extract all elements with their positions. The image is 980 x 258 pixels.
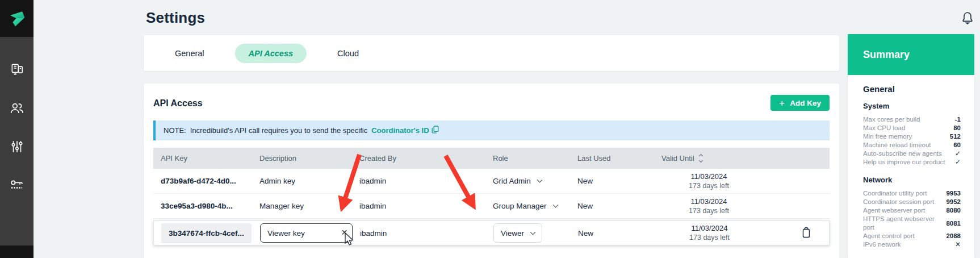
note-prefix: NOTE: (164, 126, 186, 135)
sidebar-item-settings[interactable] (9, 139, 26, 156)
settings-tabs: General API Access Cloud (144, 35, 839, 71)
api-access-card: API Access + Add Key NOTE: Incredibuild'… (144, 84, 839, 258)
table-row: d73b9af6-d472-4d0... Admin key ibadmin G… (153, 169, 830, 194)
incredibuild-logo[interactable] (0, 0, 33, 37)
summary-title: Summary (863, 49, 910, 61)
coordinators-id-link[interactable]: Coordinator's ID (371, 126, 438, 135)
table-row: 33ce95a3-d980-4b... Manager key ibadmin … (153, 194, 830, 219)
summary-item: Max CPU load 80 (863, 124, 961, 132)
valid-until-cell: 11/03/2024 173 days left (654, 197, 756, 216)
valid-until-cell: 11/03/2024 173 days left (655, 223, 757, 243)
last-used-cell: New (571, 229, 655, 238)
last-used-cell: New (570, 202, 654, 210)
check-icon: ✓ (955, 149, 961, 158)
summary-header: Summary (848, 34, 974, 75)
created-by-cell: ibadmin (352, 202, 485, 210)
tab-cloud[interactable]: Cloud (332, 44, 365, 63)
summary-item: Coordinator utility port 9953 (863, 189, 961, 198)
sidebar-item-users[interactable] (9, 101, 26, 118)
users-icon (9, 101, 24, 118)
license-key-icon (9, 178, 24, 195)
summary-item: HTTPS agent webserver port 8081 (863, 215, 961, 232)
main-content: Settings General API Access Cloud API Ac… (144, 0, 839, 258)
api-key-cell: 3b347674-ffcb-4cef... (154, 223, 253, 243)
api-key-cell: d73b9af6-d472-4d0... (153, 177, 252, 185)
summary-group-network: Network (863, 176, 961, 184)
settings-sliders-icon (10, 139, 24, 156)
summary-item: Max cores per build -1 (863, 115, 961, 124)
summary-item: Agent webserver port 8080 (863, 206, 961, 215)
summary-item: Auto-subscribe new agents ✓ (863, 149, 961, 158)
sidebar-item-agents[interactable] (9, 62, 26, 79)
summary-item: Machine reload timeout 60 (863, 141, 961, 149)
role-dropdown[interactable]: Group Manager (493, 202, 558, 210)
description-input[interactable] (260, 223, 353, 243)
chevron-down-icon (530, 229, 536, 235)
description-cell: × (253, 223, 353, 243)
trash-icon (801, 226, 812, 240)
check-icon: ✓ (955, 158, 961, 167)
summary-item: Coordinator session port 9952 (863, 198, 961, 206)
page-title: Settings (146, 9, 839, 27)
chevron-down-icon (537, 177, 542, 183)
sidebar-item-api-keys[interactable] (9, 178, 26, 195)
sidebar (0, 0, 33, 258)
summary-item: Min free memory 512 (863, 132, 961, 141)
summary-item: Agent control port 2088 (863, 232, 961, 240)
col-last-used: Last Used (570, 154, 654, 163)
description-cell: Manager key (252, 202, 352, 210)
note-banner: NOTE: Incredibuild's API call requires y… (153, 120, 830, 140)
col-api-key: API Key (153, 154, 252, 163)
api-keys-table: API Key Description Created By Role Last… (153, 148, 830, 245)
table-header: API Key Description Created By Role Last… (153, 148, 830, 169)
note-text: Incredibuild's API call requires you to … (190, 126, 367, 135)
col-valid-until: Valid Until (654, 154, 756, 163)
clear-input-icon[interactable]: × (341, 226, 347, 239)
role-dropdown[interactable]: Grid Admin (493, 177, 542, 185)
add-key-label: Add Key (790, 99, 821, 107)
chevron-down-icon (552, 202, 558, 208)
copy-icon (432, 126, 439, 135)
table-row-editing: 3b347674-ffcb-4cef... × ibadmin Viewer N… (153, 220, 830, 245)
agents-icon (10, 62, 24, 79)
col-role: Role (485, 154, 570, 163)
summary-section-general: General (863, 84, 961, 94)
api-key-chip: 3b347674-ffcb-4cef... (161, 223, 252, 243)
sort-icon[interactable] (700, 155, 702, 162)
summary-item: IPv6 network ✕ (863, 240, 961, 249)
tab-general[interactable]: General (169, 44, 210, 63)
valid-until-cell: 11/03/2024 173 days left (654, 172, 756, 191)
created-by-cell: ibadmin (352, 177, 485, 185)
notifications-button[interactable] (960, 11, 975, 28)
created-by-cell: ibadmin (353, 229, 486, 238)
last-used-cell: New (570, 177, 654, 185)
bell-icon (961, 11, 974, 28)
api-access-title: API Access (153, 98, 203, 109)
col-created-by: Created By (352, 154, 485, 163)
tab-api-access[interactable]: API Access (235, 44, 307, 63)
summary-panel: Summary General System Max cores per bui… (848, 34, 974, 258)
description-cell: Admin key (252, 177, 352, 185)
delete-key-button[interactable] (801, 226, 812, 240)
cross-icon: ✕ (955, 240, 961, 249)
add-key-button[interactable]: + Add Key (770, 95, 830, 111)
sidebar-footer (0, 245, 33, 258)
summary-item: Help us improve our product ✓ (863, 158, 961, 167)
role-select[interactable]: Viewer (493, 223, 542, 243)
col-description: Description (252, 154, 352, 163)
api-key-cell: 33ce95a3-d980-4b... (153, 202, 252, 210)
summary-group-system: System (863, 102, 961, 110)
plus-icon: + (779, 98, 785, 108)
